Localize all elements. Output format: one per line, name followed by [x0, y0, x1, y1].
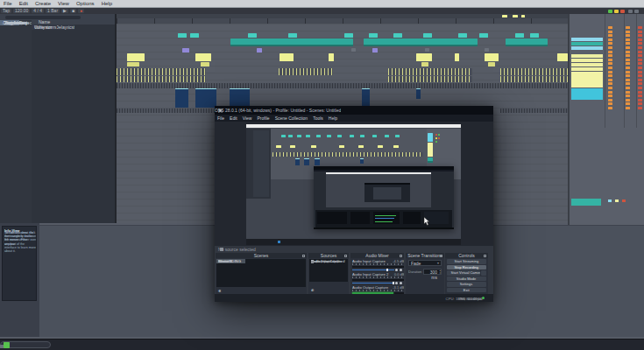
key-map-button[interactable]: [628, 10, 633, 13]
track-solo-button[interactable]: [626, 62, 630, 65]
track-solo-button[interactable]: [626, 107, 630, 109]
track-solo-button[interactable]: [626, 42, 630, 45]
track-activator-button[interactable]: [608, 94, 612, 97]
transition-type-select[interactable]: Fade ▾: [408, 260, 442, 266]
clip[interactable]: [182, 48, 189, 52]
track-arm-button[interactable]: [638, 82, 642, 85]
track-solo-button[interactable]: [626, 38, 630, 41]
track-name-cell[interactable]: [571, 46, 603, 50]
clip[interactable]: [257, 48, 262, 52]
scene-list-item[interactable]: Scene 6: [216, 259, 234, 263]
track-activator-button[interactable]: [608, 82, 612, 85]
track-solo-button[interactable]: [626, 99, 630, 102]
track-arm-button[interactable]: [638, 107, 642, 109]
controls-panel-title[interactable]: Controls: [445, 253, 488, 258]
track-arm-button[interactable]: [638, 26, 642, 29]
clip[interactable]: [117, 68, 206, 75]
track-arm-button[interactable]: [638, 91, 642, 94]
track-activator-button[interactable]: [608, 102, 612, 105]
track-solo-button[interactable]: [626, 82, 630, 85]
track-activator-button[interactable]: [608, 31, 612, 33]
track-arm-button[interactable]: [638, 46, 642, 49]
clip[interactable]: [372, 48, 378, 52]
clip[interactable]: [506, 38, 548, 46]
track-activator-button[interactable]: [608, 71, 612, 74]
track-activator-button[interactable]: [608, 99, 612, 102]
track-solo-button[interactable]: [626, 102, 630, 105]
clip[interactable]: [388, 76, 472, 82]
obs-menu-item-file[interactable]: File: [215, 115, 227, 122]
clip[interactable]: [248, 33, 257, 38]
locator-marker[interactable]: [521, 15, 525, 18]
obs-menu-item-tools[interactable]: Tools: [310, 115, 326, 122]
track-solo-button[interactable]: [626, 94, 630, 97]
clip[interactable]: [500, 108, 568, 113]
close-button[interactable]: ×: [215, 106, 226, 115]
track-solo-button[interactable]: [626, 31, 630, 33]
volume-slider[interactable]: [352, 269, 394, 271]
obs-menu-item-profile[interactable]: Profile: [254, 115, 272, 122]
clip[interactable]: [195, 53, 211, 61]
track-solo-button[interactable]: [626, 46, 630, 49]
app-icon[interactable]: [4, 342, 10, 348]
obs-titlebar[interactable]: OBS 28.0.1 (64-bit, windows) - Profile: …: [215, 106, 493, 115]
transport-segment[interactable]: ▶: [61, 9, 68, 13]
popout-icon[interactable]: [344, 255, 347, 257]
clip[interactable]: [230, 88, 250, 108]
track-activator-button[interactable]: [608, 54, 612, 57]
track-arm-button[interactable]: [638, 94, 642, 97]
clip[interactable]: [279, 68, 333, 75]
menu-item-file[interactable]: File: [0, 0, 16, 8]
clip[interactable]: [485, 48, 489, 52]
menu-item-help[interactable]: Help: [98, 0, 116, 8]
clip[interactable]: [190, 33, 199, 38]
menu-item-create[interactable]: Create: [32, 0, 54, 8]
track-solo-button[interactable]: [626, 59, 630, 61]
lock-icon[interactable]: [311, 261, 314, 262]
menu-item-options[interactable]: Options: [73, 0, 98, 8]
locator-marker[interactable]: [513, 15, 518, 18]
track-name-cell[interactable]: [571, 38, 603, 41]
transport-segment[interactable]: ■: [70, 9, 76, 13]
track-solo-button[interactable]: [626, 71, 630, 74]
track-solo-button[interactable]: [626, 87, 630, 89]
source-down-button[interactable]: ∨: [311, 288, 314, 293]
transport-segment[interactable]: 1 Bar: [46, 9, 60, 13]
track-name-cell[interactable]: [622, 200, 626, 202]
track-name-cell[interactable]: [571, 72, 603, 88]
track-solo-button[interactable]: [626, 34, 630, 37]
obs-menu-item-view[interactable]: View: [240, 115, 255, 122]
clip[interactable]: [230, 38, 353, 46]
track-arm-button[interactable]: [638, 62, 642, 65]
track-solo-button[interactable]: [626, 26, 630, 29]
popout-icon[interactable]: [302, 255, 305, 257]
device-row[interactable]: Utility: [32, 24, 45, 30]
obs-menu-item-help[interactable]: Help: [326, 115, 340, 122]
slider-knob[interactable]: [386, 269, 388, 271]
clip[interactable]: [369, 33, 378, 38]
clip[interactable]: [364, 38, 478, 46]
clip[interactable]: [416, 53, 432, 61]
clip[interactable]: [201, 62, 209, 66]
track-activator-button[interactable]: [608, 59, 612, 61]
clip[interactable]: [344, 33, 353, 38]
clip[interactable]: [288, 33, 297, 38]
clip[interactable]: [423, 33, 432, 38]
clip[interactable]: [178, 33, 187, 38]
clip[interactable]: [362, 88, 370, 108]
popout-icon[interactable]: [484, 255, 486, 257]
clip[interactable]: [500, 76, 568, 82]
track-arm-button[interactable]: [638, 79, 642, 81]
track-arm-button[interactable]: [638, 99, 642, 102]
slider-knob[interactable]: [393, 282, 394, 284]
spinner-arrows-icon[interactable]: ▴▾: [438, 270, 441, 275]
track-activator-button[interactable]: [608, 38, 612, 41]
track-activator-button[interactable]: [608, 26, 612, 29]
track-name-cell[interactable]: [571, 63, 603, 66]
track-activator-button[interactable]: [608, 34, 612, 37]
track-name-cell[interactable]: [571, 42, 603, 46]
speaker-icon[interactable]: [395, 282, 398, 284]
track-activator-button[interactable]: [608, 46, 612, 49]
clip[interactable]: [393, 33, 402, 38]
virtual-camera-settings-button[interactable]: [481, 270, 486, 276]
